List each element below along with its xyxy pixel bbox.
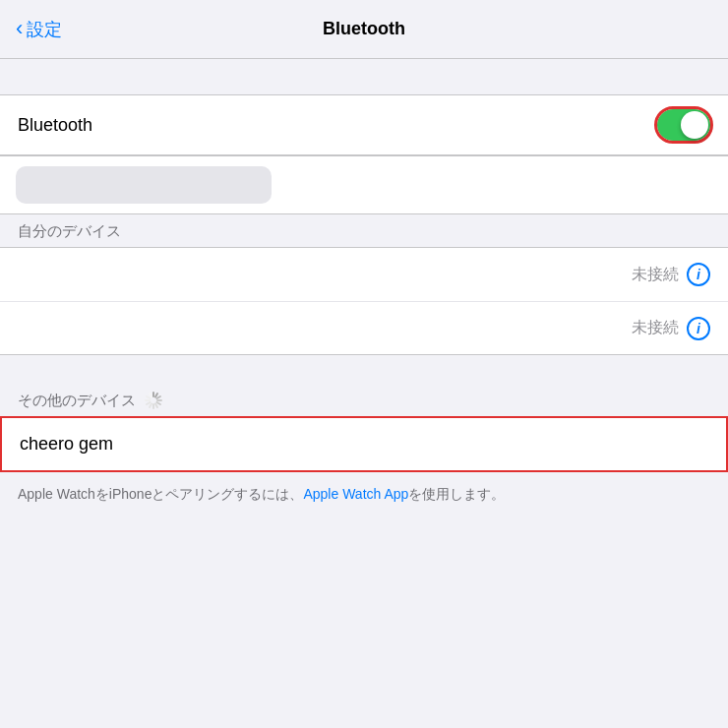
page-title: Bluetooth xyxy=(323,19,405,39)
footer-text-before: Apple WatchをiPhoneとペアリングするには、 xyxy=(18,486,303,502)
info-icon-2[interactable]: i xyxy=(687,317,710,340)
apple-watch-app-link[interactable]: Apple Watch App xyxy=(303,486,408,502)
bluetooth-toggle[interactable] xyxy=(657,109,710,141)
back-button[interactable]: ‹ 設定 xyxy=(16,18,62,41)
cheero-gem-row[interactable]: cheero gem xyxy=(0,416,728,472)
svg-line-10 xyxy=(147,396,150,398)
footer-text-after: を使用します。 xyxy=(408,486,505,502)
other-devices-section-header: その他のデバイス xyxy=(0,383,728,416)
device-status-2: 未接続 xyxy=(632,318,679,338)
toggle-knob xyxy=(681,111,708,139)
svg-line-11 xyxy=(150,394,152,396)
my-devices-section-header: 自分のデバイス xyxy=(0,214,728,247)
svg-line-4 xyxy=(156,402,159,404)
table-row[interactable]: 未接続 i xyxy=(0,301,728,354)
svg-line-2 xyxy=(156,396,159,398)
search-bar[interactable] xyxy=(16,166,272,204)
device-status-1: 未接続 xyxy=(632,265,679,285)
mid-gap xyxy=(0,355,728,383)
other-devices-label: その他のデバイス xyxy=(18,392,136,410)
search-bar-container xyxy=(0,155,728,214)
svg-line-7 xyxy=(150,403,152,406)
spinner-icon xyxy=(144,391,163,410)
cheero-gem-label: cheero gem xyxy=(20,434,113,455)
my-devices-label: 自分のデバイス xyxy=(18,222,121,239)
svg-line-1 xyxy=(155,394,157,396)
svg-line-8 xyxy=(147,402,150,404)
bluetooth-row: Bluetooth xyxy=(0,95,728,154)
bluetooth-card: Bluetooth xyxy=(0,94,728,155)
top-gap xyxy=(0,59,728,94)
nav-bar: ‹ 設定 Bluetooth xyxy=(0,0,728,59)
footer-note: Apple WatchをiPhoneとペアリングするには、Apple Watch… xyxy=(0,472,728,516)
my-devices-card: 未接続 i 未接続 i xyxy=(0,247,728,355)
chevron-left-icon: ‹ xyxy=(16,18,23,39)
back-label: 設定 xyxy=(27,18,62,41)
table-row[interactable]: 未接続 i xyxy=(0,248,728,301)
bluetooth-label: Bluetooth xyxy=(18,115,92,136)
info-icon-1[interactable]: i xyxy=(687,263,710,286)
svg-line-5 xyxy=(155,403,157,406)
